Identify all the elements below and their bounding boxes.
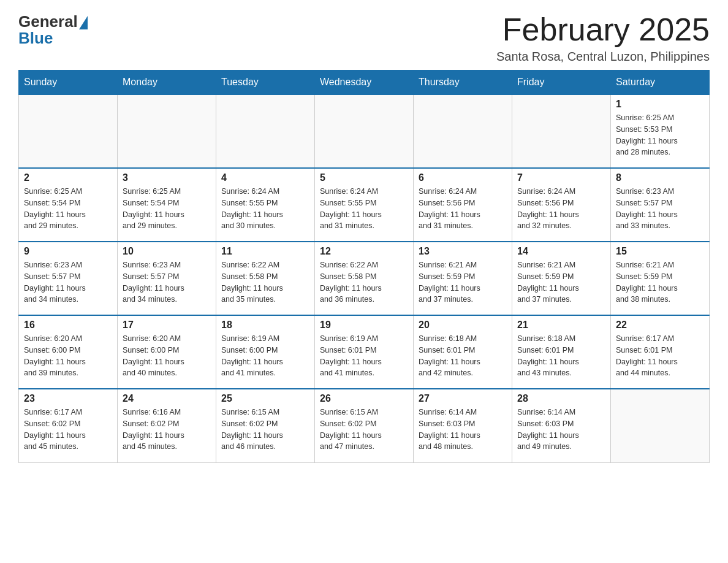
table-row — [414, 94, 512, 168]
table-row: 5Sunrise: 6:24 AM Sunset: 5:55 PM Daylig… — [315, 168, 414, 242]
day-info: Sunrise: 6:15 AM Sunset: 6:02 PM Dayligh… — [320, 407, 408, 453]
calendar-week-row: 1Sunrise: 6:25 AM Sunset: 5:53 PM Daylig… — [19, 94, 710, 168]
col-wednesday: Wednesday — [315, 71, 414, 95]
day-number: 10 — [123, 246, 211, 257]
table-row: 14Sunrise: 6:21 AM Sunset: 5:59 PM Dayli… — [512, 242, 611, 315]
table-row — [315, 94, 414, 168]
day-info: Sunrise: 6:22 AM Sunset: 5:58 PM Dayligh… — [320, 259, 408, 305]
table-row: 6Sunrise: 6:24 AM Sunset: 5:56 PM Daylig… — [414, 168, 512, 242]
logo-triangle-icon — [79, 16, 88, 29]
day-number: 3 — [123, 172, 211, 183]
calendar-week-row: 9Sunrise: 6:23 AM Sunset: 5:57 PM Daylig… — [19, 242, 710, 315]
day-info: Sunrise: 6:18 AM Sunset: 6:01 PM Dayligh… — [419, 333, 507, 379]
table-row — [19, 94, 118, 168]
day-info: Sunrise: 6:24 AM Sunset: 5:56 PM Dayligh… — [517, 186, 605, 232]
day-number: 5 — [320, 172, 408, 183]
table-row: 13Sunrise: 6:21 AM Sunset: 5:59 PM Dayli… — [414, 242, 512, 315]
table-row: 8Sunrise: 6:23 AM Sunset: 5:57 PM Daylig… — [611, 168, 710, 242]
day-number: 4 — [221, 172, 309, 183]
table-row: 12Sunrise: 6:22 AM Sunset: 5:58 PM Dayli… — [315, 242, 414, 315]
day-number: 13 — [419, 246, 507, 257]
day-number: 15 — [616, 246, 704, 257]
location-subtitle: Santa Rosa, Central Luzon, Philippines — [496, 50, 710, 64]
calendar-table: Sunday Monday Tuesday Wednesday Thursday… — [18, 70, 710, 463]
table-row: 27Sunrise: 6:14 AM Sunset: 6:03 PM Dayli… — [414, 389, 512, 462]
table-row: 17Sunrise: 6:20 AM Sunset: 6:00 PM Dayli… — [118, 315, 216, 389]
day-number: 19 — [320, 320, 408, 331]
day-number: 9 — [24, 246, 112, 257]
col-thursday: Thursday — [414, 71, 512, 95]
day-info: Sunrise: 6:19 AM Sunset: 6:00 PM Dayligh… — [221, 333, 309, 379]
day-info: Sunrise: 6:24 AM Sunset: 5:55 PM Dayligh… — [221, 186, 309, 232]
day-number: 20 — [419, 320, 507, 331]
day-number: 23 — [24, 393, 112, 404]
day-info: Sunrise: 6:22 AM Sunset: 5:58 PM Dayligh… — [221, 259, 309, 305]
day-number: 27 — [419, 393, 507, 404]
day-info: Sunrise: 6:18 AM Sunset: 6:01 PM Dayligh… — [517, 333, 605, 379]
day-number: 18 — [221, 320, 309, 331]
table-row: 20Sunrise: 6:18 AM Sunset: 6:01 PM Dayli… — [414, 315, 512, 389]
table-row: 19Sunrise: 6:19 AM Sunset: 6:01 PM Dayli… — [315, 315, 414, 389]
table-row: 21Sunrise: 6:18 AM Sunset: 6:01 PM Dayli… — [512, 315, 611, 389]
day-number: 14 — [517, 246, 605, 257]
day-number: 28 — [517, 393, 605, 404]
day-info: Sunrise: 6:17 AM Sunset: 6:01 PM Dayligh… — [616, 333, 704, 379]
table-row: 25Sunrise: 6:15 AM Sunset: 6:02 PM Dayli… — [216, 389, 315, 462]
table-row: 10Sunrise: 6:23 AM Sunset: 5:57 PM Dayli… — [118, 242, 216, 315]
day-number: 8 — [616, 172, 704, 183]
day-info: Sunrise: 6:25 AM Sunset: 5:53 PM Dayligh… — [616, 112, 704, 158]
day-info: Sunrise: 6:21 AM Sunset: 5:59 PM Dayligh… — [419, 259, 507, 305]
day-number: 24 — [123, 393, 211, 404]
table-row — [216, 94, 315, 168]
day-number: 17 — [123, 320, 211, 331]
table-row — [512, 94, 611, 168]
day-number: 2 — [24, 172, 112, 183]
table-row: 4Sunrise: 6:24 AM Sunset: 5:55 PM Daylig… — [216, 168, 315, 242]
logo: General Blue — [18, 12, 88, 48]
month-title: February 2025 — [496, 12, 710, 47]
calendar-header-row: Sunday Monday Tuesday Wednesday Thursday… — [19, 71, 710, 95]
table-row: 26Sunrise: 6:15 AM Sunset: 6:02 PM Dayli… — [315, 389, 414, 462]
day-number: 22 — [616, 320, 704, 331]
day-info: Sunrise: 6:23 AM Sunset: 5:57 PM Dayligh… — [123, 259, 211, 305]
day-number: 12 — [320, 246, 408, 257]
day-number: 1 — [616, 99, 704, 110]
day-number: 11 — [221, 246, 309, 257]
logo-blue-text: Blue — [18, 29, 53, 48]
table-row: 28Sunrise: 6:14 AM Sunset: 6:03 PM Dayli… — [512, 389, 611, 462]
table-row: 23Sunrise: 6:17 AM Sunset: 6:02 PM Dayli… — [19, 389, 118, 462]
day-info: Sunrise: 6:23 AM Sunset: 5:57 PM Dayligh… — [24, 259, 112, 305]
table-row: 15Sunrise: 6:21 AM Sunset: 5:59 PM Dayli… — [611, 242, 710, 315]
table-row: 7Sunrise: 6:24 AM Sunset: 5:56 PM Daylig… — [512, 168, 611, 242]
day-number: 6 — [419, 172, 507, 183]
day-number: 25 — [221, 393, 309, 404]
col-monday: Monday — [118, 71, 216, 95]
table-row: 9Sunrise: 6:23 AM Sunset: 5:57 PM Daylig… — [19, 242, 118, 315]
day-number: 26 — [320, 393, 408, 404]
day-info: Sunrise: 6:23 AM Sunset: 5:57 PM Dayligh… — [616, 186, 704, 232]
day-info: Sunrise: 6:24 AM Sunset: 5:55 PM Dayligh… — [320, 186, 408, 232]
table-row: 16Sunrise: 6:20 AM Sunset: 6:00 PM Dayli… — [19, 315, 118, 389]
col-friday: Friday — [512, 71, 611, 95]
day-info: Sunrise: 6:24 AM Sunset: 5:56 PM Dayligh… — [419, 186, 507, 232]
day-info: Sunrise: 6:16 AM Sunset: 6:02 PM Dayligh… — [123, 407, 211, 453]
day-info: Sunrise: 6:19 AM Sunset: 6:01 PM Dayligh… — [320, 333, 408, 379]
day-number: 7 — [517, 172, 605, 183]
table-row — [118, 94, 216, 168]
col-sunday: Sunday — [19, 71, 118, 95]
day-info: Sunrise: 6:25 AM Sunset: 5:54 PM Dayligh… — [24, 186, 112, 232]
col-tuesday: Tuesday — [216, 71, 315, 95]
day-info: Sunrise: 6:14 AM Sunset: 6:03 PM Dayligh… — [419, 407, 507, 453]
day-number: 21 — [517, 320, 605, 331]
table-row: 1Sunrise: 6:25 AM Sunset: 5:53 PM Daylig… — [611, 94, 710, 168]
day-info: Sunrise: 6:20 AM Sunset: 6:00 PM Dayligh… — [24, 333, 112, 379]
table-row: 18Sunrise: 6:19 AM Sunset: 6:00 PM Dayli… — [216, 315, 315, 389]
table-row: 11Sunrise: 6:22 AM Sunset: 5:58 PM Dayli… — [216, 242, 315, 315]
day-info: Sunrise: 6:20 AM Sunset: 6:00 PM Dayligh… — [123, 333, 211, 379]
table-row — [611, 389, 710, 462]
calendar-week-row: 16Sunrise: 6:20 AM Sunset: 6:00 PM Dayli… — [19, 315, 710, 389]
day-number: 16 — [24, 320, 112, 331]
table-row: 22Sunrise: 6:17 AM Sunset: 6:01 PM Dayli… — [611, 315, 710, 389]
calendar-week-row: 2Sunrise: 6:25 AM Sunset: 5:54 PM Daylig… — [19, 168, 710, 242]
table-row: 2Sunrise: 6:25 AM Sunset: 5:54 PM Daylig… — [19, 168, 118, 242]
